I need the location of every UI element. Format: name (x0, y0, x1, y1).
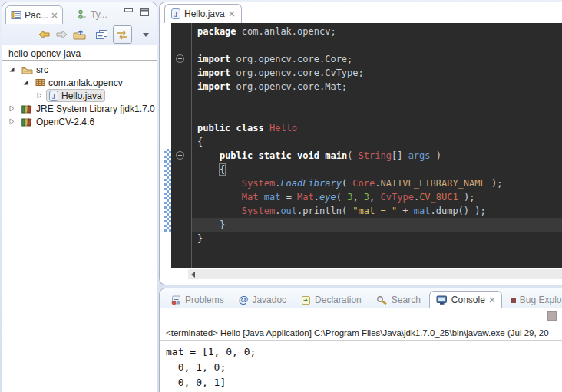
java-file-icon: J (171, 8, 180, 19)
expanded-arrow-icon[interactable] (22, 79, 31, 86)
package-explorer-header: Pac... Ty... (2, 2, 157, 45)
tree-item-hello-java[interactable]: JHello.java (2, 89, 157, 102)
code-line[interactable]: System.LoadLibrary( Core.NATIVE_LIBRARY_… (192, 176, 562, 190)
project-tree: hello-opencv-javasrccom.anlak.opencvJHel… (2, 48, 157, 128)
back-button[interactable] (38, 27, 51, 42)
type-hierarchy-icon (78, 9, 88, 19)
code-editor[interactable]: package com.anlak.opencv;import org.open… (164, 23, 562, 268)
close-icon[interactable] (229, 11, 235, 17)
close-icon[interactable] (489, 297, 495, 303)
tab-problems[interactable]: Problems (164, 292, 230, 308)
bug-icon (511, 298, 516, 303)
console-output[interactable]: mat = [1, 0, 0; 0, 1, 0; 0, 0, 1] (160, 341, 562, 390)
annotation-ruler[interactable] (164, 23, 171, 268)
code-line[interactable]: System.out.println( "mat = " + mat.dump(… (192, 204, 562, 218)
code-line[interactable]: package com.anlak.opencv; (192, 25, 562, 38)
tree-item-project[interactable]: hello-opencv-java (2, 48, 157, 61)
tab-label: Javadoc (252, 295, 286, 305)
code-line[interactable]: Mat mat = Mat.eye( 3, 3, CvType.CV_8UC1 … (192, 190, 562, 204)
code-line[interactable]: import org.opencv.core.CvType; (192, 66, 562, 80)
code-text[interactable]: package com.anlak.opencv;import org.open… (192, 23, 562, 268)
package-icon (35, 78, 45, 87)
link-with-editor-button[interactable] (113, 25, 132, 44)
tree-item-opencv[interactable]: OpenCV-2.4.6 (2, 115, 157, 128)
terminate-icon[interactable] (547, 311, 557, 321)
go-up-button[interactable] (73, 27, 86, 42)
tab-search[interactable]: Search (370, 292, 427, 308)
tab-package-explorer[interactable]: Pac... (5, 5, 63, 24)
code-line[interactable]: public static void main( String[] args ) (192, 149, 562, 163)
tree-item-jre[interactable]: JRE System Library [jdk1.7.0 (2, 102, 157, 115)
console-icon (436, 295, 448, 305)
console-output-line: mat = [1, 0, 0; (166, 344, 562, 360)
tree-item-label: com.anlak.opencv (48, 77, 123, 88)
tree-item-content: com.anlak.opencv (32, 76, 126, 89)
tree-item-label: src (36, 64, 48, 75)
minimize-button[interactable] (124, 8, 133, 16)
tab-label: Search (392, 295, 421, 305)
tab-bug-explorer[interactable]: Bug Explorer (504, 292, 562, 308)
fold-collapse-icon[interactable] (176, 54, 184, 63)
collapsed-arrow-icon[interactable] (8, 105, 17, 112)
tree-item-content: JRE System Library [jdk1.7.0 (18, 102, 157, 115)
jfile-icon: J (49, 91, 58, 101)
library-icon (21, 104, 33, 114)
tab-label: Pac... (25, 10, 48, 21)
expanded-arrow-icon[interactable] (8, 66, 17, 73)
code-line[interactable]: { (192, 163, 562, 176)
tree-item-content: JHello.java (46, 89, 105, 102)
tree-item-label: JRE System Library [jdk1.7.0 (36, 104, 155, 114)
code-line[interactable] (192, 38, 562, 52)
console-toolbar (160, 308, 562, 326)
tree-item-package[interactable]: com.anlak.opencv (2, 76, 157, 89)
collapsed-arrow-icon[interactable] (8, 118, 17, 125)
package-explorer-icon (11, 10, 21, 20)
tree-item-label: OpenCV-2.4.6 (36, 117, 94, 127)
code-line[interactable]: public class Hello (192, 121, 562, 135)
folder-icon (21, 65, 33, 74)
javadoc-icon: @ (239, 295, 249, 305)
maximize-button[interactable] (140, 8, 149, 16)
eclipse-workbench: { "left_panel": { "tabs": [ {"id": "pack… (0, 0, 562, 392)
code-line[interactable]: } (192, 218, 562, 232)
tab-label: Console (451, 295, 485, 305)
console-output-line: 0, 0, 1] (166, 375, 562, 390)
code-line[interactable]: import org.opencv.core.Core; (192, 52, 562, 66)
collapsed-arrow-icon[interactable] (36, 92, 45, 99)
forward-button[interactable] (55, 27, 68, 42)
tab-label: Ty... (91, 9, 107, 20)
tab-type-hierarchy[interactable]: Ty... (73, 5, 112, 23)
collapse-all-button[interactable] (96, 27, 108, 42)
folding-gutter[interactable] (171, 23, 191, 268)
tab-console[interactable]: Console (429, 291, 502, 308)
code-line[interactable] (192, 94, 562, 107)
tree-item-src[interactable]: src (2, 63, 157, 76)
tab-javadoc[interactable]: @Javadoc (233, 292, 293, 308)
library-icon (21, 117, 33, 127)
bottom-tabbar: Problems@JavadocDeclarationSearchConsole… (160, 288, 562, 308)
console-output-line: 0, 1, 0; (166, 360, 562, 375)
problems-icon (170, 295, 181, 305)
console-status: <terminated> Hello [Java Application] C:… (160, 326, 562, 341)
console-view: Problems@JavadocDeclarationSearchConsole… (159, 288, 562, 392)
svg-text:J: J (52, 92, 56, 100)
fold-collapse-icon[interactable] (176, 151, 184, 160)
scroll-left-arrow-icon[interactable] (191, 272, 195, 278)
code-line[interactable]: } (192, 232, 562, 245)
declaration-icon (301, 295, 311, 305)
tab-hello-java[interactable]: J Hello.java (164, 4, 242, 23)
tree-item-label: Hello.java (61, 91, 102, 101)
editor-tabbar: J Hello.java (160, 2, 562, 23)
code-line[interactable]: import org.opencv.core.Mat; (192, 80, 562, 94)
editor-tab-label: Hello.java (184, 8, 225, 19)
code-line[interactable] (192, 107, 562, 121)
method-range-indicator (164, 149, 171, 232)
close-icon[interactable] (51, 12, 58, 18)
code-line[interactable]: { (192, 135, 562, 149)
toolbar-separator (91, 28, 91, 41)
view-menu-button[interactable] (143, 33, 149, 37)
horizontal-scrollbar[interactable] (188, 269, 562, 279)
search-icon (376, 295, 388, 305)
tab-declaration[interactable]: Declaration (295, 292, 368, 308)
editor-area: J Hello.java package com.anlak.opencv;im… (159, 2, 562, 285)
